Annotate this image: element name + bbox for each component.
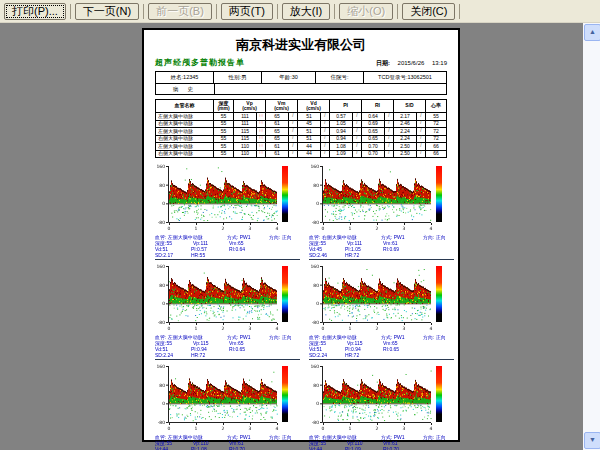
doppler-spectrogram	[309, 163, 445, 233]
patient-field-1: 性别:男	[214, 72, 262, 83]
company-title: 南京科进实业有限公司	[155, 36, 447, 54]
cell-pi: 1.09	[330, 151, 353, 158]
panel-caption: 血管: 左侧大脑中动脉方式: PW1方向: 正向深度:55Vp:115Vm:65…	[155, 334, 300, 358]
cell-rif: /	[385, 113, 394, 120]
cell-hr: 72	[426, 136, 446, 143]
cell-sdf: /	[417, 136, 426, 143]
cell-ri: 0.64	[362, 113, 385, 120]
print-button[interactable]: 打印(P)...	[4, 3, 66, 20]
patient-field-4: TCD登录号:13062501	[364, 72, 446, 83]
cell-rif: /	[385, 151, 394, 158]
cell-vessel: 左侧大脑中动脉	[156, 113, 214, 120]
doppler-spectrogram	[155, 363, 291, 433]
scroll-down-icon[interactable]: ▼	[584, 432, 600, 449]
cell-hr: 66	[426, 151, 446, 158]
cell-vdf: /	[321, 113, 330, 120]
cell-vp: 111	[234, 113, 257, 120]
cell-hr: 72	[426, 121, 446, 128]
cell-vdf: /	[321, 136, 330, 143]
zoom-in-button[interactable]: 放大(I)	[282, 3, 330, 20]
patient-field-2: 年龄:30	[262, 72, 316, 83]
cell-pif: /	[353, 136, 362, 143]
cell-hr: 55	[426, 113, 446, 120]
caption-values: 深度:55Vp:110Vm:61Vd:44PI:1.09RI:0.70SD:2.…	[309, 440, 454, 450]
doppler-panel: 血管: 左侧大脑中动脉方式: PW1方向: 正向深度:55Vp:110Vm:61…	[155, 363, 300, 450]
cell-ri: 0.65	[362, 136, 385, 143]
cell-vm: 61	[266, 143, 289, 150]
table-row: 右侧大脑中动脉55110↑↑61/44/1.09/0.70/2.50/66	[156, 151, 446, 158]
cell-pif: /	[353, 128, 362, 135]
cell-vd: 51	[298, 136, 321, 143]
scroll-up-icon[interactable]: ▲	[584, 24, 600, 41]
caption-pi: PI:1.08	[191, 446, 229, 450]
doppler-spectrogram	[309, 363, 445, 433]
cell-sdf: /	[417, 113, 426, 120]
doppler-spectrogram	[309, 263, 445, 333]
cell-rif: /	[385, 128, 394, 135]
panel-caption: 血管: 右侧大脑中动脉方式: PW1方向: 正向深度:55Vp:115Vm:65…	[309, 334, 454, 358]
cell-vessel: 右侧大脑中动脉	[156, 121, 214, 128]
cell-vmf: /	[289, 121, 298, 128]
toolbar-separator	[277, 4, 278, 19]
cell-vd: 51	[298, 128, 321, 135]
caption-ri: RI:0.69	[383, 246, 419, 252]
cell-vmf: /	[289, 136, 298, 143]
cell-vd: 51	[298, 113, 321, 120]
cell-pif: /	[353, 113, 362, 120]
cell-sd: 2.46	[394, 121, 417, 128]
cell-pif: /	[353, 143, 362, 150]
history-row: 病 史	[155, 84, 447, 95]
patient-field-0: 姓名:12345	[156, 72, 214, 83]
caption-hr: HR:72	[345, 252, 381, 258]
caption-hr: HR:72	[345, 352, 381, 358]
column-header: 深度(mm)	[214, 100, 234, 112]
cell-vessel: 右侧大脑中动脉	[156, 136, 214, 143]
caption-hr: HR:55	[191, 252, 227, 258]
caption-ri: RI:0.70	[383, 446, 419, 450]
caption-values: 深度:55Vp:115Vm:65Vd:51PI:0.94RI:0.65SD:2.…	[155, 340, 300, 358]
cell-sd: 2.50	[394, 151, 417, 158]
close-button[interactable]: 关闭(C)	[402, 3, 455, 20]
cell-vm: 65	[266, 113, 289, 120]
cell-vp: 115	[234, 136, 257, 143]
toolbar-separator	[397, 4, 398, 19]
toolbar-separator	[216, 4, 217, 19]
cell-rif: /	[385, 136, 394, 143]
caption-vd: Vd:44	[155, 446, 191, 450]
toolbar-separator	[70, 4, 71, 19]
cell-ri: 0.65	[362, 128, 385, 135]
panel-caption: 血管: 右侧大脑中动脉方式: PW1方向: 正向深度:55Vp:110Vm:61…	[309, 434, 454, 450]
vertical-scrollbar[interactable]: ▲ ▼	[583, 23, 600, 450]
cell-sdf: /	[417, 121, 426, 128]
column-header: Vd(cm/s)	[298, 100, 330, 112]
cell-sd: 2.50	[394, 143, 417, 150]
caption-values: 深度:55Vp:111Vm:65Vd:51PI:0.57RI:0.64SD:2.…	[155, 240, 300, 258]
two-page-button[interactable]: 两页(T)	[221, 3, 273, 20]
cell-vdf: /	[321, 128, 330, 135]
cell-vp: 110	[234, 151, 257, 158]
report-page[interactable]: 南京科进实业有限公司 超声经颅多普勒报告单 日期: 2015/6/26 13:1…	[142, 28, 460, 442]
cell-rif: /	[385, 121, 394, 128]
date-value: 2015/6/26	[398, 60, 425, 66]
cell-vm: 61	[266, 121, 289, 128]
history-label: 病 史	[156, 84, 215, 94]
cell-pi: 1.08	[330, 143, 353, 150]
cell-vpf: ↑↑	[257, 136, 266, 143]
cell-depth: 55	[214, 136, 234, 143]
report-title: 超声经颅多普勒报告单	[155, 57, 245, 68]
caption-values: 深度:55Vp:110Vm:61Vd:44PI:1.08RI:0.70SD:2.…	[155, 440, 300, 450]
caption-ri: RI:0.65	[229, 346, 265, 352]
toolbar-separator	[334, 4, 335, 19]
next-page-button[interactable]: 下一页(N)	[75, 3, 139, 20]
cell-rif: /	[385, 143, 394, 150]
cell-sdf: /	[417, 143, 426, 150]
cell-depth: 55	[214, 143, 234, 150]
cell-vessel: 左侧大脑中动脉	[156, 128, 214, 135]
zoom-out-button: 缩小(O)	[339, 3, 393, 20]
cell-depth: 55	[214, 128, 234, 135]
cell-vessel: 左侧大脑中动脉	[156, 143, 214, 150]
table-header-row: 血管名称深度(mm)Vp(cm/s)Vm(cm/s)Vd(cm/s)PIRIS/…	[156, 100, 446, 113]
doppler-panel: 血管: 左侧大脑中动脉方式: PW1方向: 正向深度:55Vp:111Vm:65…	[155, 163, 300, 260]
caption-sd: SD:2.46	[309, 252, 345, 258]
caption-sd: SD:2.24	[155, 352, 191, 358]
